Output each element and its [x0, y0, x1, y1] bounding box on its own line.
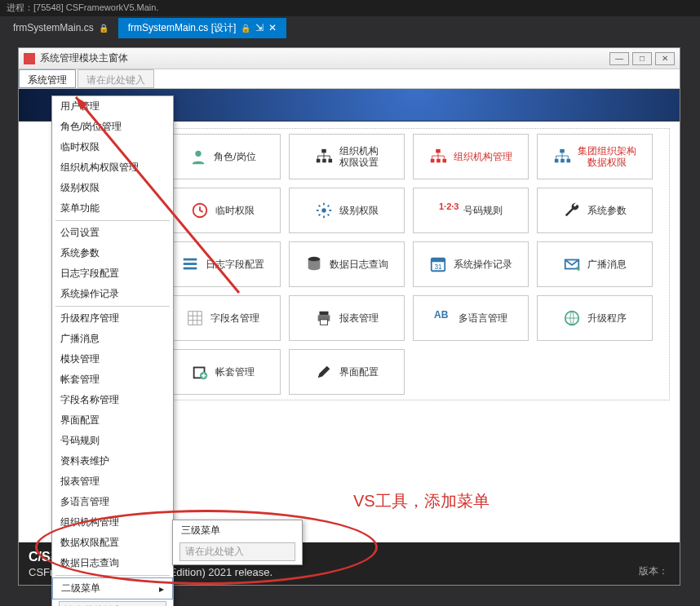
tile-button[interactable]: 报表管理	[289, 295, 405, 341]
menu-item[interactable]: 号码规则	[52, 431, 173, 451]
submenu-item[interactable]: 三级菜单	[173, 520, 302, 541]
tile-label: 界面配置	[339, 366, 379, 378]
tile-button[interactable]: 界面配置	[289, 349, 405, 395]
menu-separator	[55, 220, 170, 221]
tile-label: 升级程序	[587, 312, 627, 324]
menu-item[interactable]: 升级程序管理	[52, 308, 173, 329]
tile-button[interactable]: 组织机构管理	[413, 134, 529, 179]
tile-button[interactable]: 字段名管理	[165, 295, 281, 341]
menu-item[interactable]: 字段名称管理	[52, 390, 173, 410]
menu-item[interactable]: 菜单功能	[52, 198, 173, 219]
tile-button[interactable]: 1·2·3号码规则	[413, 188, 529, 233]
tile-button[interactable]: 广播消息	[537, 241, 653, 287]
menu-item[interactable]: 公司设置	[52, 223, 173, 243]
close-icon[interactable]: ✕	[268, 22, 277, 33]
process-label: 进程：[75548] CSFrameworkV5.Main.	[7, 2, 158, 15]
menu-item[interactable]: 用户管理	[52, 96, 173, 117]
menu-item[interactable]: 系统操作记录	[52, 284, 173, 304]
menu-item[interactable]: 组织机构权限管理	[52, 157, 173, 178]
tile-button[interactable]: 角色/岗位	[165, 134, 281, 179]
gear-icon	[315, 201, 333, 219]
menu-item[interactable]: 级别权限	[52, 178, 173, 198]
tile-label: 系统参数	[587, 205, 627, 216]
globe-icon	[563, 309, 581, 327]
db-icon	[305, 255, 323, 273]
svg-rect-5	[436, 149, 441, 153]
svg-rect-12	[567, 159, 571, 163]
menu-item[interactable]: 报表管理	[52, 471, 173, 492]
svg-rect-8	[443, 159, 447, 163]
clock-icon	[191, 201, 209, 219]
svg-rect-17	[184, 268, 197, 270]
menu-system-mgmt[interactable]: 系统管理	[19, 69, 76, 88]
svg-rect-10	[555, 159, 559, 163]
menu-item[interactable]: 数据日志查询	[52, 553, 173, 573]
tile-button[interactable]: 系统参数	[537, 188, 653, 233]
menu-item[interactable]: 数据权限配置	[52, 533, 173, 553]
svg-rect-3	[322, 159, 326, 163]
menu-type-here[interactable]: 请在此处键入	[179, 542, 295, 561]
tile-label: 级别权限	[339, 205, 379, 216]
tile-button[interactable]: 31系统操作记录	[413, 241, 529, 287]
org-icon	[315, 148, 333, 166]
svg-rect-2	[317, 159, 321, 163]
tile-label: 日志字段配置	[206, 259, 264, 270]
chevron-right-icon: ▸	[159, 583, 164, 595]
grid-icon	[186, 309, 204, 327]
maximize-button[interactable]: □	[632, 52, 652, 65]
tile-label: 报表管理	[339, 312, 379, 324]
plus-icon	[191, 363, 209, 381]
close-button[interactable]: ✕	[655, 52, 675, 65]
lock-icon: 🔒	[241, 24, 250, 33]
tile-button[interactable]: 集团组织架构数据权限	[537, 134, 653, 179]
num-icon: 1·2·3	[439, 201, 457, 219]
menu-bar: 系统管理 请在此处键入	[19, 69, 680, 89]
svg-point-14	[321, 208, 326, 213]
window-titlebar[interactable]: 系统管理模块主窗体 — □ ✕	[19, 48, 680, 69]
org-icon	[429, 148, 447, 166]
tile-label: 帐套管理	[215, 366, 255, 378]
tile-button[interactable]: 数据日志查询	[289, 241, 405, 287]
app-icon	[24, 53, 35, 64]
menu-item[interactable]: 资料表维护	[52, 451, 173, 471]
menu-type-here[interactable]: 请在此处键入	[59, 601, 166, 606]
tile-button[interactable]: AB多语言管理	[413, 295, 529, 341]
menu-item[interactable]: 多语言管理	[52, 492, 173, 512]
annotation-text: VS工具，添加菜单	[353, 490, 490, 512]
tab-cs-file[interactable]: frmSystemMain.cs 🔒	[3, 19, 118, 37]
menu-item[interactable]: 系统参数	[52, 243, 173, 263]
minimize-button[interactable]: —	[609, 52, 629, 65]
menu-item[interactable]: 临时权限	[52, 137, 173, 157]
org-icon	[553, 148, 571, 166]
pencil-icon	[315, 363, 333, 381]
tile-label: 号码规则	[463, 205, 503, 216]
menu-item[interactable]: 广播消息	[52, 329, 173, 349]
list-icon	[181, 255, 199, 273]
menu-item[interactable]: 日志字段配置	[52, 263, 173, 284]
window-controls: — □ ✕	[609, 52, 675, 65]
svg-rect-11	[560, 159, 565, 163]
menu-item[interactable]: 界面配置	[52, 410, 173, 431]
tile-button[interactable]: 帐套管理	[165, 349, 281, 395]
svg-rect-1	[321, 149, 326, 153]
tile-label: 广播消息	[587, 259, 627, 270]
tile-button[interactable]: 组织机构权限设置	[289, 134, 405, 179]
menu-type-here[interactable]: 请在此处键入	[78, 69, 154, 88]
tab-strip: frmSystemMain.cs 🔒 frmSystemMain.cs [设计]…	[0, 16, 700, 39]
tile-button[interactable]: 升级程序	[537, 295, 653, 341]
menu-item[interactable]: 角色/岗位管理	[52, 117, 173, 137]
menu-separator	[55, 575, 170, 576]
tab-designer[interactable]: frmSystemMain.cs [设计] 🔒 ⇲ ✕	[118, 18, 287, 38]
menu-item[interactable]: 组织机构管理	[52, 512, 173, 533]
menu-item[interactable]: 模块管理	[52, 349, 173, 369]
svg-rect-9	[560, 149, 565, 153]
pin-icon[interactable]: ⇲	[255, 22, 264, 33]
svg-text:31: 31	[434, 263, 442, 271]
tile-button[interactable]: 临时权限	[165, 188, 281, 233]
tile-button[interactable]: 日志字段配置	[165, 241, 281, 287]
tile-button[interactable]: 级别权限	[289, 188, 405, 233]
menu-item[interactable]: 帐套管理	[52, 369, 173, 390]
submenu-level2[interactable]: 二级菜单 ▸	[52, 577, 173, 599]
svg-rect-23	[188, 312, 202, 325]
lock-icon: 🔒	[99, 24, 109, 33]
